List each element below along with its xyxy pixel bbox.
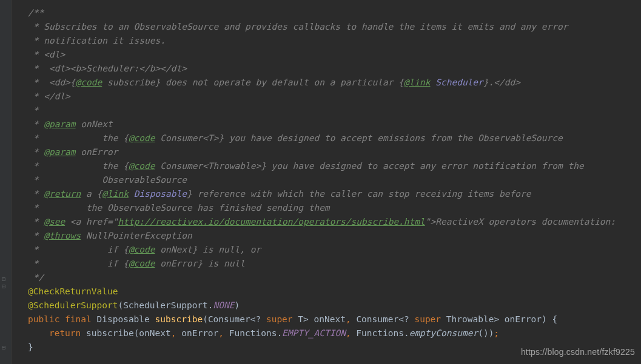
javadoc-line: * [28,105,38,115]
fold-marker-icon[interactable]: ⊟ [2,283,5,291]
javadoc-link-ref: Scheduler [435,78,483,87]
javadoc-line: * the {@code Consumer<Throwable>} you ha… [28,161,584,171]
param-tag: @param [44,147,75,157]
javadoc-line: * Subscribes to an ObservableSource and … [28,22,568,31]
javadoc-close: */ [28,273,44,282]
javadoc-line: * ObservableSource [28,175,187,185]
watermark: https://blog.csdn.net/fzkf9225 [521,345,635,359]
javadoc-line: * </dl> [28,91,70,101]
method-name: subscribe [155,314,203,324]
javadoc-line: * <dt><b>Scheduler:</b></dt> [28,64,187,73]
javadoc-throws: * @throws NullPointerException [28,231,192,240]
javadoc-line: * if {@code onNext} is null, or [28,245,261,254]
return-tag: @return [44,189,81,199]
link-tag: @link [404,78,431,87]
javadoc-line: * <dd>{@code subscribe} does not operate… [28,78,520,87]
code-tag: @code [76,78,102,87]
code-editor[interactable]: /** * Subscribes to an ObservableSource … [11,0,641,364]
code-tag: @code [129,245,155,254]
code-tag: @code [129,133,155,143]
fold-marker-icon[interactable]: ⊟ [2,276,5,283]
static-field: EMPTY_ACTION [282,328,346,338]
javadoc-line: * the ObservableSource has finished send… [28,203,330,213]
javadoc-line: * the {@code Consumer<T>} you have desig… [28,133,563,143]
param-tag: @param [44,119,75,129]
method-body: return subscribe(onNext, onError, Functi… [28,328,499,338]
see-url: http://reactivex.io/documentation/operat… [118,217,425,227]
brace-close: } [28,342,33,352]
javadoc-line: * if {@code onError} is null [28,259,245,268]
link-tag: @link [102,189,129,199]
javadoc-line: * <dl> [28,50,65,59]
static-field: NONE [213,300,235,310]
javadoc-link-ref: Disposable [134,189,187,199]
code-tag: @code [129,259,155,268]
javadoc-param: * @param onError [28,147,118,157]
javadoc-param: * @param onNext [28,119,113,129]
annotation: @CheckReturnValue [28,286,118,296]
annotation-line: @SchedulerSupport(SchedulerSupport.NONE) [28,300,240,310]
editor-gutter: ⊟ ⊟ ⊟ [0,0,12,364]
javadoc-line: * notification it issues. [28,36,166,45]
see-tag: @see [44,217,65,227]
javadoc-return: * @return a {@link Disposable} reference… [28,189,531,199]
javadoc-see: * @see <a href="http://reactivex.io/docu… [28,217,621,227]
javadoc-open: /** [28,8,44,18]
throws-tag: @throws [44,231,81,240]
annotation: @SchedulerSupport [28,300,118,310]
fold-marker-icon[interactable]: ⊟ [2,345,5,352]
method-signature: public final Disposable subscribe(Consum… [28,314,557,324]
code-tag: @code [129,161,155,171]
